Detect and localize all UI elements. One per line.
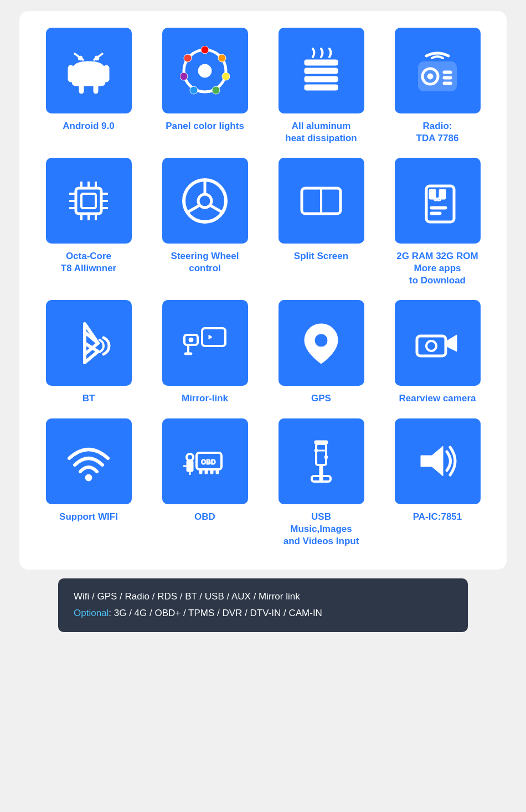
svg-point-62 bbox=[426, 341, 436, 351]
svg-marker-61 bbox=[446, 335, 457, 351]
svg-rect-72 bbox=[205, 469, 208, 474]
feature-item-android: Android 9.0 bbox=[36, 28, 141, 144]
svg-point-21 bbox=[427, 74, 433, 79]
svg-point-10 bbox=[222, 73, 230, 80]
svg-rect-49 bbox=[430, 206, 447, 209]
feature-item-panel-color: Panel color lights bbox=[152, 28, 257, 144]
radio-icon-box bbox=[395, 28, 481, 113]
feature-label-gps: GPS bbox=[311, 392, 331, 405]
svg-rect-2 bbox=[68, 65, 74, 82]
feature-label-radio: Radio:TDA 7786 bbox=[416, 120, 459, 144]
svg-marker-53 bbox=[209, 335, 212, 339]
feature-label-bt: BT bbox=[82, 392, 95, 405]
svg-rect-60 bbox=[417, 336, 446, 356]
sdcard-icon-box: GB bbox=[395, 158, 481, 244]
svg-text:OBD: OBD bbox=[201, 458, 216, 466]
heat-icon-box bbox=[279, 28, 364, 113]
svg-point-12 bbox=[190, 86, 198, 94]
feature-item-wifi: Support WIFI bbox=[36, 418, 141, 547]
feature-label-rearview: Rearview camera bbox=[399, 392, 476, 405]
speaker-icon-box bbox=[395, 418, 481, 504]
main-card: Android 9.0 Panel color lights All alumi… bbox=[19, 11, 507, 570]
svg-point-66 bbox=[187, 454, 193, 461]
camera-icon-box bbox=[395, 300, 481, 386]
svg-rect-25 bbox=[76, 188, 101, 214]
svg-line-43 bbox=[211, 205, 224, 213]
footer-line2-text: : 3G / 4G / OBD+ / TPMS / DVR / DTV-IN /… bbox=[109, 608, 322, 618]
svg-rect-18 bbox=[305, 85, 338, 90]
svg-rect-17 bbox=[305, 76, 338, 82]
svg-rect-23 bbox=[443, 76, 452, 79]
feature-item-octa-core: Octa-CoreT8 Alliwnner bbox=[36, 158, 141, 287]
feature-label-ram-rom: 2G RAM 32G ROMMore appsto Download bbox=[396, 250, 478, 287]
mirrorlink-icon-box bbox=[162, 300, 248, 386]
feature-label-pa-ic: PA-IC:7851 bbox=[413, 511, 462, 523]
footer-bar: Wifi / GPS / Radio / RDS / BT / USB / AU… bbox=[58, 578, 468, 632]
feature-label-octa-core: Octa-CoreT8 Alliwnner bbox=[61, 250, 116, 275]
feature-label-wifi: Support WIFI bbox=[59, 511, 118, 523]
feature-item-bt: BT bbox=[36, 300, 141, 405]
feature-item-mirror-link: Mirror-link bbox=[152, 300, 257, 405]
footer-line2: Optional: 3G / 4G / OBD+ / TPMS / DVR / … bbox=[74, 605, 452, 622]
feature-label-heat: All aluminumheat dissipation bbox=[285, 120, 357, 144]
feature-item-pa-ic: PA-IC:7851 bbox=[385, 418, 490, 547]
obd-icon-box: OBD bbox=[162, 418, 248, 504]
svg-point-8 bbox=[201, 46, 209, 54]
svg-point-7 bbox=[198, 64, 212, 77]
feature-item-ram-rom: GB 2G RAM 32G ROMMore appsto Download bbox=[385, 158, 490, 287]
svg-rect-50 bbox=[430, 212, 441, 215]
splitscreen-icon-box bbox=[279, 158, 364, 244]
feature-label-split-screen: Split Screen bbox=[294, 250, 348, 262]
gps-icon-box bbox=[279, 300, 364, 386]
svg-rect-74 bbox=[216, 469, 219, 474]
svg-point-14 bbox=[184, 54, 192, 62]
svg-rect-52 bbox=[202, 328, 225, 346]
svg-line-42 bbox=[186, 205, 199, 213]
svg-point-40 bbox=[198, 194, 212, 208]
feature-label-steering: Steering Wheelcontrol bbox=[171, 250, 239, 275]
svg-point-55 bbox=[189, 338, 193, 342]
feature-item-steering: Steering Wheelcontrol bbox=[152, 158, 257, 287]
feature-item-split-screen: Split Screen bbox=[269, 158, 374, 287]
svg-rect-22 bbox=[443, 71, 452, 74]
svg-point-13 bbox=[180, 73, 188, 80]
feature-item-heat: All aluminumheat dissipation bbox=[269, 28, 374, 144]
svg-rect-57 bbox=[184, 353, 192, 355]
android-icon-box bbox=[46, 28, 132, 113]
feature-item-usb: USBMusic,Imagesand Videos Input bbox=[269, 418, 374, 547]
svg-rect-73 bbox=[210, 469, 213, 474]
svg-rect-71 bbox=[199, 469, 202, 474]
optional-label: Optional bbox=[74, 608, 109, 618]
feature-label-panel-color: Panel color lights bbox=[166, 120, 244, 132]
svg-rect-15 bbox=[305, 60, 338, 65]
svg-rect-16 bbox=[305, 68, 338, 74]
feature-label-android: Android 9.0 bbox=[63, 120, 115, 132]
bluetooth-icon-box bbox=[46, 300, 132, 386]
svg-point-63 bbox=[85, 474, 92, 481]
feature-label-usb: USBMusic,Imagesand Videos Input bbox=[283, 511, 359, 547]
svg-rect-3 bbox=[104, 65, 109, 82]
svg-rect-26 bbox=[81, 194, 96, 208]
feature-label-mirror-link: Mirror-link bbox=[182, 392, 228, 405]
usb-icon-box bbox=[279, 418, 364, 504]
svg-point-11 bbox=[212, 86, 220, 94]
svg-text:GB: GB bbox=[434, 196, 441, 202]
steering-icon-box bbox=[162, 158, 248, 244]
wifi-icon-box bbox=[46, 418, 132, 504]
footer-line1: Wifi / GPS / Radio / RDS / BT / USB / AU… bbox=[74, 588, 452, 606]
features-grid: Android 9.0 Panel color lights All alumi… bbox=[36, 28, 490, 547]
palette-icon-box bbox=[162, 28, 248, 113]
svg-rect-24 bbox=[443, 82, 452, 85]
svg-point-9 bbox=[218, 54, 226, 62]
svg-rect-76 bbox=[316, 444, 326, 465]
svg-rect-67 bbox=[187, 461, 193, 472]
feature-item-gps: GPS bbox=[269, 300, 374, 405]
feature-item-rearview: Rearview camera bbox=[385, 300, 490, 405]
feature-label-obd: OBD bbox=[194, 511, 215, 523]
feature-item-radio: Radio:TDA 7786 bbox=[385, 28, 490, 144]
svg-rect-77 bbox=[319, 465, 323, 482]
cpu-icon-box bbox=[46, 158, 132, 244]
svg-point-59 bbox=[314, 334, 328, 347]
feature-item-obd: OBD OBD bbox=[152, 418, 257, 547]
